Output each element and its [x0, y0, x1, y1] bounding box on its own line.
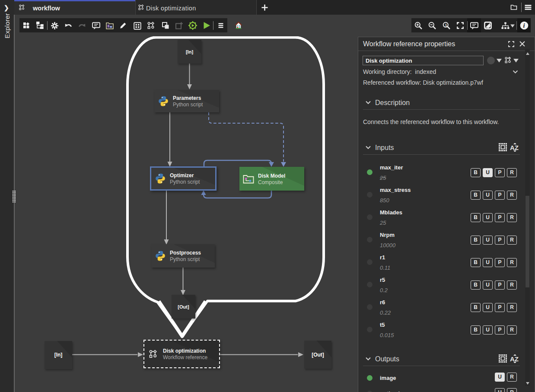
- svg-text:1: 1: [445, 23, 447, 27]
- svg-text:i: i: [523, 22, 525, 29]
